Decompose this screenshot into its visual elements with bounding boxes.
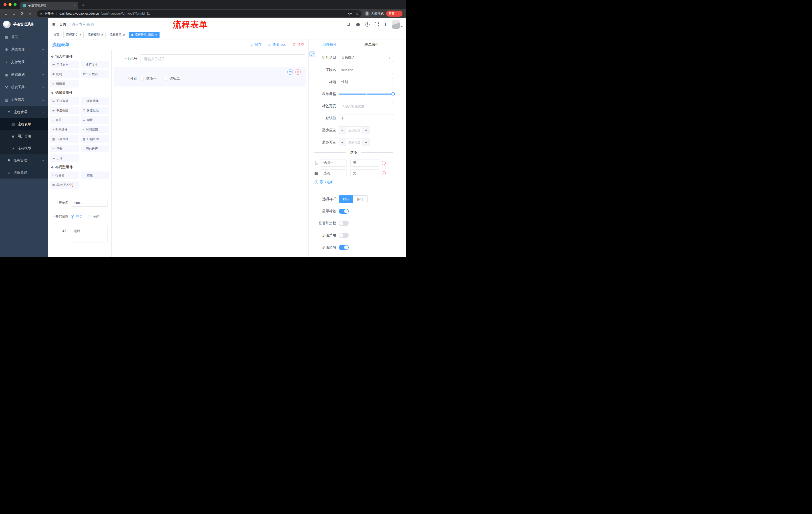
home-icon[interactable]: ⌂ xyxy=(27,11,34,16)
phone-input[interactable] xyxy=(140,54,305,63)
drag-handle-icon[interactable] xyxy=(314,171,318,175)
field-gender-selected[interactable]: 性别 选项一 选项二 xyxy=(114,67,306,86)
minimize-window-button[interactable] xyxy=(8,3,11,6)
tag-close-icon[interactable]: × xyxy=(101,33,103,37)
sidebar-item-workflow[interactable]: ▥ 工作流程 ▴ xyxy=(0,93,48,106)
palette-item-time-picker[interactable]: ◔时间选择 xyxy=(50,126,79,133)
tab-component-props[interactable]: 组件属性 xyxy=(309,39,351,50)
option-value-input[interactable] xyxy=(350,169,379,177)
sidebar-item-home[interactable]: ▦ 首页 xyxy=(0,31,48,43)
decrease-button[interactable]: − xyxy=(339,127,346,134)
palette-item-color-picker[interactable]: ◒颜色选择 xyxy=(81,145,109,153)
browser-menu-icon[interactable]: ⋮ xyxy=(397,12,400,16)
checkbox-icon[interactable] xyxy=(140,77,144,80)
help-icon[interactable]: ? xyxy=(365,22,370,27)
fullscreen-icon[interactable] xyxy=(375,22,379,27)
bookmark-star-icon[interactable]: ☆ xyxy=(355,11,358,16)
delete-field-button[interactable] xyxy=(295,69,301,75)
palette-item-date-picker[interactable]: ▦日期选择 xyxy=(50,135,79,143)
palette-item-switch[interactable]: ◐开关 xyxy=(50,116,79,124)
increase-button[interactable]: + xyxy=(362,139,370,146)
save-button[interactable]: ✓ 保存 xyxy=(251,43,262,47)
new-tab-button[interactable]: + xyxy=(82,3,85,8)
checkbox-option-2[interactable]: 选项二 xyxy=(164,77,180,81)
option-label-input[interactable] xyxy=(321,159,346,167)
clear-button[interactable]: 清空 xyxy=(292,43,304,47)
option-value-input[interactable] xyxy=(350,159,379,167)
sidebar-item-infra[interactable]: ▣ 基础设施 ▾ xyxy=(0,69,48,81)
browser-update-button[interactable]: 更新 ⋮ xyxy=(386,10,403,17)
avatar[interactable] xyxy=(392,20,400,29)
palette-item-single-text[interactable]: ▭单行文本 xyxy=(50,61,79,69)
address-bar[interactable]: ⚠ 不安全 dashboard.yudao.iocoder.cn/bpm/man… xyxy=(37,10,361,17)
form-remark-textarea[interactable]: 嘿嘿 xyxy=(71,227,108,242)
style-default-button[interactable]: 默认 xyxy=(339,195,353,203)
palette-item-radio-group[interactable]: ◉单选框组 xyxy=(50,107,79,114)
drag-handle-icon[interactable] xyxy=(314,161,318,165)
copy-field-button[interactable] xyxy=(287,69,293,75)
close-window-button[interactable] xyxy=(3,3,6,6)
default-value-input[interactable] xyxy=(339,114,393,122)
label-width-input[interactable] xyxy=(339,102,393,110)
breadcrumb-home[interactable]: 首页 xyxy=(59,22,66,27)
search-icon[interactable] xyxy=(346,22,351,27)
show-label-toggle[interactable] xyxy=(339,209,349,214)
remove-option-button[interactable]: − xyxy=(382,161,386,165)
field-phone[interactable]: 手机号 xyxy=(114,54,306,63)
sidebar-item-payment[interactable]: ¥ 支付管理 ▾ xyxy=(0,56,48,69)
tab-close-icon[interactable]: × xyxy=(74,3,76,7)
palette-item-counter[interactable]: 123计数器 xyxy=(81,71,109,78)
browser-tab[interactable]: 芋道管理系统 × xyxy=(20,2,78,9)
sidebar-item-devtools[interactable]: ⚒ 研发工具 ▾ xyxy=(0,81,48,93)
tag-process-form-edit[interactable]: 流程表单-编辑 × xyxy=(129,32,160,38)
sidebar-item-user-groups[interactable]: ☻ 用户分组 xyxy=(0,130,48,142)
status-radio-on[interactable]: 开启 xyxy=(71,215,82,219)
forward-icon[interactable]: → xyxy=(10,11,18,16)
sidebar-item-system[interactable]: ⚙ 系统管理 ▾ xyxy=(0,43,48,56)
tag-process-form[interactable]: 流程表单 × xyxy=(107,32,127,38)
sidebar-item-process-form[interactable]: ▤ 流程表单 xyxy=(0,118,48,130)
sidebar-item-process-model[interactable]: ✈ 流程模型 xyxy=(0,142,48,154)
tag-close-icon[interactable]: × xyxy=(123,33,125,37)
palette-item-button[interactable]: ▭按钮 xyxy=(81,171,109,179)
palette-item-checkbox-group[interactable]: ☑多选框组 xyxy=(81,107,109,114)
tag-process-model[interactable]: 流程模型 × xyxy=(85,32,106,38)
user-avatar-menu[interactable]: ▾ xyxy=(392,20,403,29)
palette-item-time-range[interactable]: ◔时间范围 xyxy=(81,126,109,133)
github-icon[interactable] xyxy=(356,22,360,27)
style-button-button[interactable]: 按钮 xyxy=(353,195,368,203)
slider-track[interactable] xyxy=(339,93,393,94)
palette-item-password[interactable]: ✱密码 xyxy=(50,71,79,78)
font-size-icon[interactable]: T xyxy=(384,22,387,27)
sidebar-item-process-mgmt[interactable]: ≡ 流程管理 ▴ xyxy=(0,106,48,118)
palette-item-slider[interactable]: ↔滑块 xyxy=(81,116,109,124)
tag-home[interactable]: 首页 xyxy=(51,32,62,38)
tag-close-icon[interactable]: × xyxy=(79,33,81,37)
palette-item-date-range[interactable]: ▦日期范围 xyxy=(81,135,109,143)
title-input[interactable] xyxy=(339,78,393,86)
disabled-toggle[interactable] xyxy=(339,233,349,238)
view-json-button[interactable]: 查看json xyxy=(267,43,286,47)
option-label-input[interactable] xyxy=(321,169,346,177)
palette-item-multi-text[interactable]: ≡多行文本 xyxy=(81,61,109,69)
palette-item-cascade[interactable]: ⊢级联选择 xyxy=(81,97,109,105)
sidebar-item-leave-query[interactable]: ☺ 请假查询 xyxy=(0,166,48,179)
palette-item-upload[interactable]: ☁上传 xyxy=(50,154,79,162)
slider-handle[interactable] xyxy=(392,92,395,96)
component-type-select[interactable]: 多选框组 ▾ xyxy=(339,54,393,62)
zoom-window-button[interactable] xyxy=(13,3,17,6)
status-radio-off[interactable]: 关闭 xyxy=(88,215,99,219)
tag-process-definition[interactable]: 流程定义 × xyxy=(63,32,84,38)
checkbox-icon[interactable] xyxy=(164,77,167,80)
sidebar-logo[interactable]: 芋道管理系统 xyxy=(0,18,48,31)
required-toggle[interactable] xyxy=(339,245,349,250)
form-name-input[interactable] xyxy=(71,199,108,207)
add-option-button[interactable]: + 添加选项 xyxy=(315,180,393,184)
back-icon[interactable]: ← xyxy=(2,11,9,16)
border-toggle[interactable] xyxy=(339,221,349,226)
palette-item-editor[interactable]: ✎编辑器 xyxy=(50,80,79,87)
doc-link-button[interactable] xyxy=(309,51,315,57)
stepper-placeholder[interactable]: 最多可选 xyxy=(346,139,362,146)
increase-button[interactable]: + xyxy=(362,127,370,134)
reload-icon[interactable]: ⟳ xyxy=(19,11,26,16)
